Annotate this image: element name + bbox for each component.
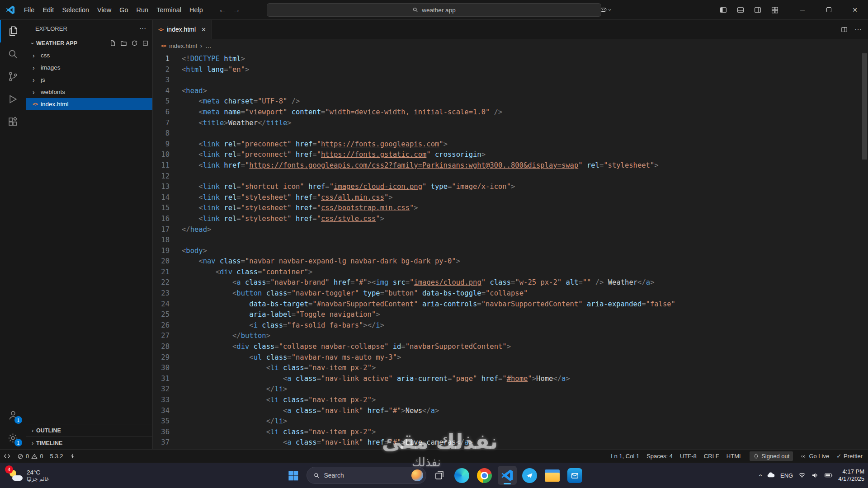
menu-go[interactable]: Go <box>115 5 132 15</box>
command-center-search[interactable]: weather app <box>267 3 601 17</box>
taskbar-search-box[interactable]: Search <box>307 467 426 484</box>
tab-close-button[interactable]: ✕ <box>201 26 206 33</box>
code-line-10[interactable]: 10 <link rel="preconnect" href="https://… <box>153 150 868 160</box>
code-line-2[interactable]: 2<html lang="en"> <box>153 65 868 75</box>
language-mode-button[interactable]: HTML <box>726 453 742 460</box>
menu-terminal[interactable]: Terminal <box>152 5 185 15</box>
code-line-28[interactable]: 28 <div class="collapse navbar-collapse"… <box>153 342 868 352</box>
code-line-21[interactable]: 21 <div class="container"> <box>153 267 868 278</box>
code-line-15[interactable]: 15 <link rel="stylesheet" href="css/boot… <box>153 203 868 214</box>
folder-css[interactable]: › css <box>26 49 152 61</box>
code-line-4[interactable]: 4<head> <box>153 86 868 97</box>
battery-icon[interactable] <box>824 471 833 479</box>
file-explorer-app-button[interactable] <box>543 466 562 485</box>
onedrive-cloud-icon[interactable] <box>766 471 775 480</box>
code-line-9[interactable]: 9 <link rel="preconnect" href="https://f… <box>153 139 868 150</box>
start-button[interactable] <box>284 466 303 485</box>
code-line-11[interactable]: 11 <link href="https://fonts.googleapis.… <box>153 160 868 171</box>
code-line-18[interactable]: 18 <box>153 235 868 246</box>
language-indicator[interactable]: ENG <box>780 472 793 479</box>
search-activity-button[interactable] <box>0 42 26 65</box>
outlook-app-button[interactable] <box>566 466 585 485</box>
toggle-panel-button[interactable] <box>734 4 747 16</box>
source-control-activity-button[interactable] <box>0 65 26 88</box>
code-line-33[interactable]: 33 <li class="nav-item px-2"> <box>153 395 868 406</box>
menu-run[interactable]: Run <box>132 5 153 15</box>
wifi-icon[interactable] <box>798 471 806 479</box>
outline-panel-header[interactable]: › OUTLINE <box>26 424 152 436</box>
timeline-panel-header[interactable]: › TIMELINE <box>26 436 152 449</box>
code-line-8[interactable]: 8 <box>153 128 868 139</box>
toggle-secondary-sidebar-button[interactable] <box>751 4 764 16</box>
code-line-17[interactable]: 17</head> <box>153 225 868 235</box>
chrome-app-button[interactable] <box>475 466 494 485</box>
encoding-button[interactable]: UTF-8 <box>680 453 697 460</box>
go-live-button[interactable]: Go Live <box>800 453 829 460</box>
explorer-more-actions-button[interactable]: ⋯ <box>139 24 146 33</box>
close-button[interactable]: ✕ <box>842 0 868 19</box>
file-index-html[interactable]: <> index.html <box>26 98 152 110</box>
breadcrumb-more[interactable]: … <box>205 42 212 49</box>
code-line-32[interactable]: 32 </li> <box>153 384 868 395</box>
menu-file[interactable]: File <box>20 5 38 15</box>
code-line-7[interactable]: 7 <title>Weather</title> <box>153 118 868 129</box>
code-line-13[interactable]: 13 <link rel="shortcut icon" href="image… <box>153 182 868 192</box>
code-line-12[interactable]: 12 <box>153 171 868 182</box>
code-line-29[interactable]: 29 <ul class="navbar-nav ms-auto my-3"> <box>153 352 868 363</box>
editor-more-actions-button[interactable]: ⋯ <box>854 25 862 34</box>
vscode-app-button[interactable] <box>498 466 517 485</box>
code-line-6[interactable]: 6 <meta name="viewport" content="width=d… <box>153 107 868 118</box>
extensions-activity-button[interactable] <box>0 110 26 133</box>
code-line-35[interactable]: 35 </li> <box>153 416 868 427</box>
code-line-30[interactable]: 30 <li class="nav-item px-2"> <box>153 363 868 374</box>
forward-button[interactable]: → <box>233 5 241 14</box>
code-line-27[interactable]: 27 </button> <box>153 331 868 342</box>
signed-out-button[interactable]: Signed out <box>750 451 793 461</box>
collapse-folders-button[interactable] <box>142 40 149 47</box>
code-line-34[interactable]: 34 <a class="nav-link" href="#">News</a> <box>153 406 868 417</box>
minimize-button[interactable]: ─ <box>789 0 816 19</box>
telegram-app-button[interactable] <box>520 466 539 485</box>
new-folder-button[interactable] <box>120 40 127 47</box>
toggle-sidebar-button[interactable] <box>717 4 730 16</box>
code-editor[interactable]: 1<!DOCTYPE html>2<html lang="en">34<head… <box>153 52 868 449</box>
folder-images[interactable]: › images <box>26 61 152 74</box>
code-line-23[interactable]: 23 <button class="navbar-toggler" type="… <box>153 288 868 299</box>
accounts-button[interactable]: 1 <box>0 404 26 427</box>
code-line-36[interactable]: 36 <li class="nav-item px-2"> <box>153 427 868 438</box>
explorer-activity-button[interactable] <box>0 20 26 42</box>
menu-help[interactable]: Help <box>185 5 207 15</box>
code-line-25[interactable]: 25 aria-label="Toggle navigation"> <box>153 310 868 320</box>
problems-button[interactable]: 0 0 <box>17 453 43 460</box>
run-debug-activity-button[interactable] <box>0 88 26 110</box>
workspace-section-header[interactable]: › WEATHER APP <box>26 37 152 49</box>
menu-selection[interactable]: Selection <box>58 5 93 15</box>
split-editor-button[interactable] <box>840 26 848 33</box>
bolt-button[interactable] <box>70 453 75 459</box>
code-line-22[interactable]: 22 <a class="navbar-brand" href="#"><img… <box>153 277 868 288</box>
new-file-button[interactable] <box>109 40 116 47</box>
remote-indicator-button[interactable] <box>4 453 10 460</box>
code-line-5[interactable]: 5 <meta charset="UTF-8" /> <box>153 96 868 107</box>
folder-webfonts[interactable]: › webfonts <box>26 86 152 98</box>
code-line-14[interactable]: 14 <link rel="stylesheet" href="css/all.… <box>153 192 868 203</box>
code-line-1[interactable]: 1<!DOCTYPE html> <box>153 54 868 65</box>
indentation-button[interactable]: Spaces: 4 <box>646 453 673 460</box>
maximize-button[interactable] <box>816 0 842 19</box>
menu-view[interactable]: View <box>93 5 115 15</box>
code-line-16[interactable]: 16 <link rel="stylesheet" href="css/styl… <box>153 214 868 225</box>
refresh-button[interactable] <box>131 40 138 47</box>
cursor-position-button[interactable]: Ln 1, Col 1 <box>611 453 639 460</box>
tab-index-html[interactable]: <> index.html ✕ <box>153 20 212 39</box>
back-button[interactable]: ← <box>219 5 226 14</box>
editor-scrollbar[interactable] <box>862 53 867 160</box>
settings-button[interactable]: 1 <box>0 427 26 449</box>
tray-overflow-button[interactable]: › <box>757 474 764 477</box>
volume-icon[interactable] <box>811 471 819 479</box>
prettier-button[interactable]: ✓ Prettier <box>836 453 863 460</box>
weather-widget-button[interactable]: 4 24°C غائم جزئيًا <box>5 463 52 488</box>
folder-js[interactable]: › js <box>26 74 152 86</box>
code-line-31[interactable]: 31 <a class="nav-link active" aria-curre… <box>153 374 868 385</box>
breadcrumb-file[interactable]: index.html <box>169 42 197 49</box>
menu-edit[interactable]: Edit <box>38 5 58 15</box>
